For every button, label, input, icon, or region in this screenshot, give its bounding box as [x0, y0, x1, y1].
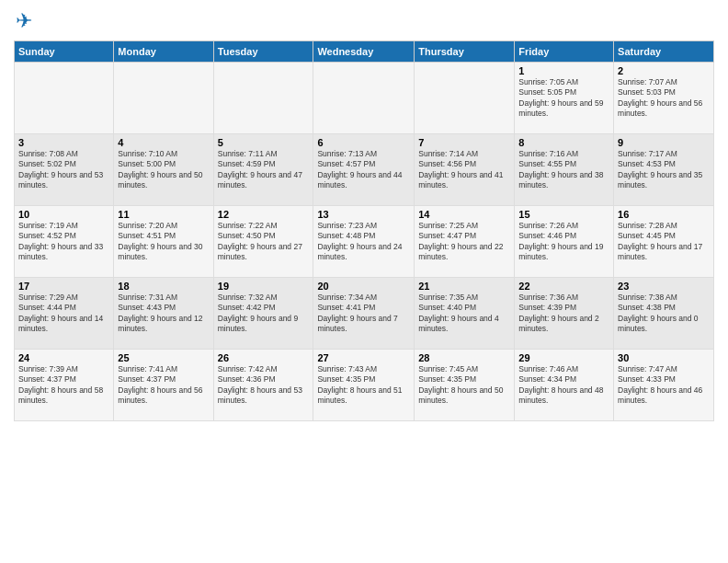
day-number: 29	[518, 352, 609, 363]
day-info: Sunrise: 7:13 AM Sunset: 4:57 PM Dayligh…	[317, 149, 410, 191]
day-info: Sunrise: 7:05 AM Sunset: 5:05 PM Dayligh…	[518, 77, 609, 120]
day-cell: 14Sunrise: 7:25 AM Sunset: 4:47 PM Dayli…	[415, 206, 515, 278]
day-info: Sunrise: 7:26 AM Sunset: 4:46 PM Dayligh…	[518, 221, 609, 263]
day-info: Sunrise: 7:38 AM Sunset: 4:38 PM Dayligh…	[618, 293, 710, 335]
day-number: 27	[317, 352, 410, 363]
day-info: Sunrise: 7:20 AM Sunset: 4:51 PM Dayligh…	[118, 221, 209, 263]
day-number: 1	[518, 65, 609, 76]
logo-bird-icon: ✈	[16, 9, 32, 32]
day-info: Sunrise: 7:41 AM Sunset: 4:37 PM Dayligh…	[118, 364, 209, 407]
day-info: Sunrise: 7:08 AM Sunset: 5:02 PM Dayligh…	[18, 149, 109, 191]
day-number: 9	[618, 137, 710, 148]
weekday-header-row: SundayMondayTuesdayWednesdayThursdayFrid…	[15, 41, 714, 63]
page: ✈ SundayMondayTuesdayWednesdayThursdayFr…	[0, 0, 728, 563]
day-cell: 6Sunrise: 7:13 AM Sunset: 4:57 PM Daylig…	[313, 134, 415, 206]
logo: ✈	[14, 9, 32, 33]
day-cell: 30Sunrise: 7:47 AM Sunset: 4:33 PM Dayli…	[614, 350, 714, 421]
day-number: 21	[418, 281, 510, 292]
day-cell: 1Sunrise: 7:05 AM Sunset: 5:05 PM Daylig…	[515, 63, 614, 134]
day-number: 7	[418, 137, 510, 148]
day-cell: 28Sunrise: 7:45 AM Sunset: 4:35 PM Dayli…	[415, 350, 515, 421]
day-info: Sunrise: 7:31 AM Sunset: 4:43 PM Dayligh…	[118, 293, 209, 335]
weekday-header-wednesday: Wednesday	[313, 41, 415, 63]
day-info: Sunrise: 7:16 AM Sunset: 4:55 PM Dayligh…	[518, 149, 609, 191]
day-info: Sunrise: 7:25 AM Sunset: 4:47 PM Dayligh…	[418, 221, 510, 263]
day-number: 6	[317, 137, 410, 148]
day-number: 16	[618, 209, 710, 220]
weekday-header-thursday: Thursday	[415, 41, 515, 63]
week-row-4: 17Sunrise: 7:29 AM Sunset: 4:44 PM Dayli…	[15, 278, 714, 350]
day-cell: 4Sunrise: 7:10 AM Sunset: 5:00 PM Daylig…	[114, 134, 213, 206]
day-cell: 17Sunrise: 7:29 AM Sunset: 4:44 PM Dayli…	[15, 278, 114, 350]
weekday-header-tuesday: Tuesday	[213, 41, 313, 63]
day-info: Sunrise: 7:39 AM Sunset: 4:37 PM Dayligh…	[18, 364, 109, 407]
week-row-5: 24Sunrise: 7:39 AM Sunset: 4:37 PM Dayli…	[15, 350, 714, 421]
header: ✈	[14, 9, 714, 33]
day-info: Sunrise: 7:34 AM Sunset: 4:41 PM Dayligh…	[317, 293, 410, 335]
day-cell: 22Sunrise: 7:36 AM Sunset: 4:39 PM Dayli…	[515, 278, 614, 350]
day-info: Sunrise: 7:42 AM Sunset: 4:36 PM Dayligh…	[218, 364, 310, 407]
day-cell	[415, 63, 515, 134]
day-cell: 24Sunrise: 7:39 AM Sunset: 4:37 PM Dayli…	[15, 350, 114, 421]
day-cell	[15, 63, 114, 134]
day-cell: 3Sunrise: 7:08 AM Sunset: 5:02 PM Daylig…	[15, 134, 114, 206]
logo-block: ✈	[14, 9, 32, 33]
day-number: 28	[418, 352, 510, 363]
day-number: 13	[317, 209, 410, 220]
day-number: 25	[118, 352, 209, 363]
day-info: Sunrise: 7:19 AM Sunset: 4:52 PM Dayligh…	[18, 221, 109, 263]
day-info: Sunrise: 7:10 AM Sunset: 5:00 PM Dayligh…	[118, 149, 209, 191]
day-cell: 21Sunrise: 7:35 AM Sunset: 4:40 PM Dayli…	[415, 278, 515, 350]
day-number: 20	[317, 281, 410, 292]
day-cell	[114, 63, 213, 134]
day-number: 2	[618, 65, 710, 76]
day-cell: 7Sunrise: 7:14 AM Sunset: 4:56 PM Daylig…	[415, 134, 515, 206]
day-number: 30	[618, 352, 710, 363]
day-info: Sunrise: 7:32 AM Sunset: 4:42 PM Dayligh…	[218, 293, 310, 335]
day-cell: 27Sunrise: 7:43 AM Sunset: 4:35 PM Dayli…	[313, 350, 415, 421]
day-cell: 25Sunrise: 7:41 AM Sunset: 4:37 PM Dayli…	[114, 350, 213, 421]
day-cell: 16Sunrise: 7:28 AM Sunset: 4:45 PM Dayli…	[614, 206, 714, 278]
weekday-header-monday: Monday	[114, 41, 213, 63]
day-cell: 15Sunrise: 7:26 AM Sunset: 4:46 PM Dayli…	[515, 206, 614, 278]
day-number: 18	[118, 281, 209, 292]
day-cell: 26Sunrise: 7:42 AM Sunset: 4:36 PM Dayli…	[213, 350, 313, 421]
day-cell: 20Sunrise: 7:34 AM Sunset: 4:41 PM Dayli…	[313, 278, 415, 350]
day-cell: 19Sunrise: 7:32 AM Sunset: 4:42 PM Dayli…	[213, 278, 313, 350]
day-number: 15	[518, 209, 609, 220]
day-number: 17	[18, 281, 109, 292]
day-number: 10	[18, 209, 109, 220]
weekday-header-sunday: Sunday	[15, 41, 114, 63]
day-info: Sunrise: 7:43 AM Sunset: 4:35 PM Dayligh…	[317, 364, 410, 407]
day-info: Sunrise: 7:14 AM Sunset: 4:56 PM Dayligh…	[418, 149, 510, 191]
day-number: 12	[218, 209, 310, 220]
day-info: Sunrise: 7:35 AM Sunset: 4:40 PM Dayligh…	[418, 293, 510, 335]
day-number: 11	[118, 209, 209, 220]
day-cell: 9Sunrise: 7:17 AM Sunset: 4:53 PM Daylig…	[614, 134, 714, 206]
day-cell: 29Sunrise: 7:46 AM Sunset: 4:34 PM Dayli…	[515, 350, 614, 421]
day-number: 26	[218, 352, 310, 363]
day-info: Sunrise: 7:36 AM Sunset: 4:39 PM Dayligh…	[518, 293, 609, 335]
week-row-2: 3Sunrise: 7:08 AM Sunset: 5:02 PM Daylig…	[15, 134, 714, 206]
day-info: Sunrise: 7:17 AM Sunset: 4:53 PM Dayligh…	[618, 149, 710, 191]
day-cell	[213, 63, 313, 134]
day-number: 3	[18, 137, 109, 148]
day-cell: 2Sunrise: 7:07 AM Sunset: 5:03 PM Daylig…	[614, 63, 714, 134]
day-info: Sunrise: 7:23 AM Sunset: 4:48 PM Dayligh…	[317, 221, 410, 263]
week-row-1: 1Sunrise: 7:05 AM Sunset: 5:05 PM Daylig…	[15, 63, 714, 134]
day-info: Sunrise: 7:29 AM Sunset: 4:44 PM Dayligh…	[18, 293, 109, 335]
week-row-3: 10Sunrise: 7:19 AM Sunset: 4:52 PM Dayli…	[15, 206, 714, 278]
day-cell: 8Sunrise: 7:16 AM Sunset: 4:55 PM Daylig…	[515, 134, 614, 206]
day-number: 24	[18, 352, 109, 363]
weekday-header-friday: Friday	[515, 41, 614, 63]
day-info: Sunrise: 7:22 AM Sunset: 4:50 PM Dayligh…	[218, 221, 310, 263]
day-number: 4	[118, 137, 209, 148]
day-number: 5	[218, 137, 310, 148]
day-info: Sunrise: 7:45 AM Sunset: 4:35 PM Dayligh…	[418, 364, 510, 407]
weekday-header-saturday: Saturday	[614, 41, 714, 63]
day-number: 8	[518, 137, 609, 148]
day-info: Sunrise: 7:47 AM Sunset: 4:33 PM Dayligh…	[618, 364, 710, 407]
day-cell: 11Sunrise: 7:20 AM Sunset: 4:51 PM Dayli…	[114, 206, 213, 278]
day-number: 19	[218, 281, 310, 292]
day-cell	[313, 63, 415, 134]
